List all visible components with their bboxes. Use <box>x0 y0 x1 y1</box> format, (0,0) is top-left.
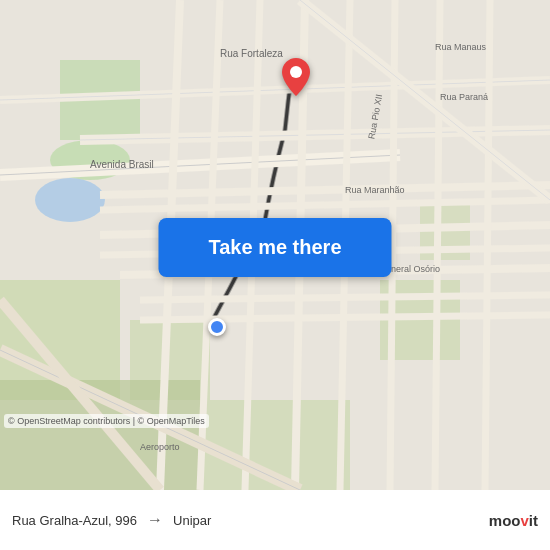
svg-text:Avenida Brasil: Avenida Brasil <box>90 159 154 170</box>
map-attribution: © OpenStreetMap contributors | © OpenMap… <box>4 414 209 428</box>
svg-text:Aeroporto: Aeroporto <box>140 442 180 452</box>
take-me-there-button[interactable]: Take me there <box>158 218 391 277</box>
svg-text:Rua Paraná: Rua Paraná <box>440 92 488 102</box>
svg-text:Rua Maranhão: Rua Maranhão <box>345 185 405 195</box>
route-to: Unipar <box>173 513 211 528</box>
bottom-bar: Rua Gralha-Azul, 996 → Unipar moovit <box>0 490 550 550</box>
svg-line-29 <box>435 0 440 490</box>
route-from: Rua Gralha-Azul, 996 <box>12 513 137 528</box>
svg-text:Rua Fortaleza: Rua Fortaleza <box>220 48 283 59</box>
svg-point-45 <box>290 66 302 78</box>
svg-point-9 <box>35 178 105 222</box>
svg-line-30 <box>485 0 490 490</box>
route-info: Rua Gralha-Azul, 996 → Unipar moovit <box>12 511 538 529</box>
svg-text:Rua Manaus: Rua Manaus <box>435 42 487 52</box>
map-container: Rua Fortaleza Avenida Brasil Rua Pio XII… <box>0 0 550 490</box>
origin-marker <box>208 318 226 336</box>
destination-marker <box>282 58 310 100</box>
moovit-logo: moovit <box>489 512 538 529</box>
route-arrow-icon: → <box>147 511 163 529</box>
app: Rua Fortaleza Avenida Brasil Rua Pio XII… <box>0 0 550 550</box>
